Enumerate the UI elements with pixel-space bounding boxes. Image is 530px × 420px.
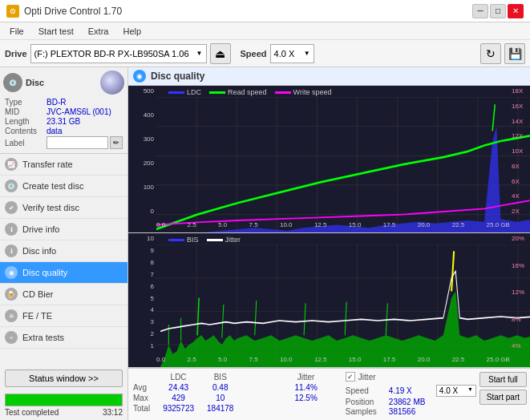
charts-container: LDC Read speed Write speed 500 400 30 <box>128 86 530 420</box>
start-part-button[interactable]: Start part <box>479 390 527 405</box>
menu-extra[interactable]: Extra <box>82 25 115 38</box>
chart1-panel: LDC Read speed Write speed 500 400 30 <box>128 86 530 233</box>
chart2-y-axis-left: 10 9 8 7 6 5 4 3 2 1 <box>128 233 156 351</box>
toolbar-btn-1[interactable]: ↻ <box>480 43 501 64</box>
menu-file[interactable]: File <box>3 25 30 38</box>
total-row-label: Total <box>131 403 156 414</box>
create-test-disc-icon: 💿 <box>5 180 18 192</box>
legend-writespeed-color <box>275 91 291 94</box>
sidebar-item-create-test-disc[interactable]: 💿 Create test disc <box>0 176 127 197</box>
speed-dropdown[interactable]: 4.0 X ▼ <box>436 385 476 397</box>
disc-contents-label: Contents <box>5 127 47 135</box>
minimize-button[interactable]: ─ <box>472 4 488 18</box>
maximize-button[interactable]: □ <box>490 4 506 18</box>
disc-quality-header: ◉ Disc quality <box>128 67 530 86</box>
sidebar-item-disc-quality[interactable]: ◉ Disc quality <box>0 262 127 284</box>
menu-help[interactable]: Help <box>116 25 148 38</box>
close-button[interactable]: ✕ <box>508 4 524 18</box>
nav-label-drive-info: Drive info <box>22 224 59 234</box>
drive-selector[interactable]: (F:) PLEXTOR BD-R PX-LB950SA 1.06 ▼ <box>30 44 207 63</box>
legend-readspeed-color <box>209 91 225 94</box>
chart2-panel: BIS Jitter 10 9 8 7 6 5 4 3 <box>128 233 530 368</box>
max-jitter: 12.5% <box>288 393 323 403</box>
jitter-speed-section: ✓ Jitter Speed 4.19 X 4.0 X ▼ <box>346 372 476 417</box>
speed-select-value: 4.0 X <box>439 386 458 395</box>
sidebar-item-disc-info[interactable]: ℹ Disc info <box>0 240 127 262</box>
disc-panel: 💿 Disc Type BD-R MID JVC-AMS6L (001) Len… <box>0 67 127 154</box>
disc-label-input[interactable] <box>47 136 108 149</box>
disc-type-value: BD-R <box>47 98 123 107</box>
speed-value: 4.0 X <box>274 49 295 59</box>
sidebar-item-extra-tests[interactable]: + Extra tests <box>0 327 127 349</box>
sidebar-item-drive-info[interactable]: ℹ Drive info <box>0 219 127 240</box>
progress-bar-container <box>5 394 123 406</box>
svg-line-40 <box>451 252 454 292</box>
disc-panel-title: Disc <box>26 78 44 87</box>
position-value: 23862 MB <box>389 398 433 406</box>
speed-selector[interactable]: 4.0 X ▼ <box>270 44 314 63</box>
disc-mid-value: JVC-AMS6L (001) <box>47 107 123 116</box>
disc-mid-label: MID <box>5 107 47 116</box>
speed-value: 4.19 X <box>389 386 433 395</box>
jitter-checkbox[interactable]: ✓ <box>346 372 355 382</box>
chart1-svg <box>156 97 530 233</box>
menu-start-test[interactable]: Start test <box>32 25 80 38</box>
progress-area: Test completed 33:12 <box>0 390 127 420</box>
samples-value: 381566 <box>389 407 433 416</box>
col-header-ldc: LDC <box>156 372 200 382</box>
total-ldc: 9325723 <box>156 403 200 414</box>
chart1-y-axis-right: 18X 16X 14X 12X 10X 8X 6X 4X 2X <box>510 86 530 216</box>
nav-label-transfer-rate: Transfer rate <box>22 160 73 169</box>
max-ldc: 429 <box>156 393 200 403</box>
legend-ldc-color <box>168 91 184 94</box>
legend-readspeed-label: Read speed <box>228 88 267 96</box>
disc-image <box>100 71 124 95</box>
eject-button[interactable]: ⏏ <box>210 43 231 64</box>
legend-bis-label: BIS <box>187 236 199 244</box>
disc-label-label: Label <box>5 139 47 147</box>
svg-line-36 <box>255 301 257 335</box>
avg-bis: 0.48 <box>200 382 240 393</box>
sidebar-nav: 📈 Transfer rate 💿 Create test disc ✔ Ver… <box>0 154 127 366</box>
content-area: ◉ Disc quality LDC Read speed <box>128 67 530 420</box>
disc-contents-value: data <box>47 127 123 135</box>
chart2-legend: BIS Jitter <box>168 236 241 244</box>
legend-jitter-label: Jitter <box>225 236 241 244</box>
chart1-x-axis: 0.0 2.5 5.0 7.5 10.0 12.5 15.0 17.5 20.0… <box>156 216 510 232</box>
disc-length-label: Length <box>5 117 47 126</box>
toolbar-btn-2[interactable]: 💾 <box>504 43 525 64</box>
svg-line-34 <box>197 298 199 336</box>
toolbar: Drive (F:) PLEXTOR BD-R PX-LB950SA 1.06 … <box>0 40 530 67</box>
sidebar-item-cd-bier[interactable]: 🍺 CD Bier <box>0 284 127 305</box>
chart2-svg <box>156 244 530 368</box>
chart1-y-axis-left: 500 400 300 200 100 0 <box>128 86 156 216</box>
svg-line-16 <box>492 104 495 131</box>
app-icon: ⊙ <box>6 5 19 18</box>
stats-table: LDC BIS Jitter Avg 24.43 0.48 11.4% <box>131 372 342 414</box>
nav-label-disc-info: Disc info <box>22 246 56 256</box>
start-full-button[interactable]: Start full <box>479 372 527 387</box>
stats-area: LDC BIS Jitter Avg 24.43 0.48 11.4% <box>128 368 530 420</box>
menu-bar: File Start test Extra Help <box>0 22 530 40</box>
sidebar-item-fe-te[interactable]: ≋ FE / TE <box>0 305 127 327</box>
fe-te-icon: ≋ <box>5 309 18 322</box>
nav-label-verify-test-disc: Verify test disc <box>22 203 79 212</box>
app-title: Opti Drive Control 1.70 <box>24 6 122 17</box>
sidebar-item-transfer-rate[interactable]: 📈 Transfer rate <box>0 154 127 176</box>
disc-label-edit-button[interactable]: ✏ <box>110 136 123 149</box>
svg-line-38 <box>345 302 346 336</box>
cd-bier-icon: 🍺 <box>5 288 18 301</box>
svg-line-37 <box>304 304 305 336</box>
sidebar: 💿 Disc Type BD-R MID JVC-AMS6L (001) Len… <box>0 67 128 420</box>
disc-quality-header-icon: ◉ <box>133 70 146 83</box>
disc-length-value: 23.31 GB <box>47 117 123 126</box>
disc-info-icon: ℹ <box>5 244 18 257</box>
progress-bar-fill <box>6 394 122 406</box>
avg-ldc: 24.43 <box>156 382 200 393</box>
col-header-jitter: Jitter <box>288 372 323 382</box>
sidebar-item-verify-test-disc[interactable]: ✔ Verify test disc <box>0 197 127 219</box>
avg-jitter: 11.4% <box>288 382 323 393</box>
jitter-label: Jitter <box>358 373 376 382</box>
status-window-button[interactable]: Status window >> <box>5 370 123 387</box>
drive-info-icon: ℹ <box>5 223 18 236</box>
